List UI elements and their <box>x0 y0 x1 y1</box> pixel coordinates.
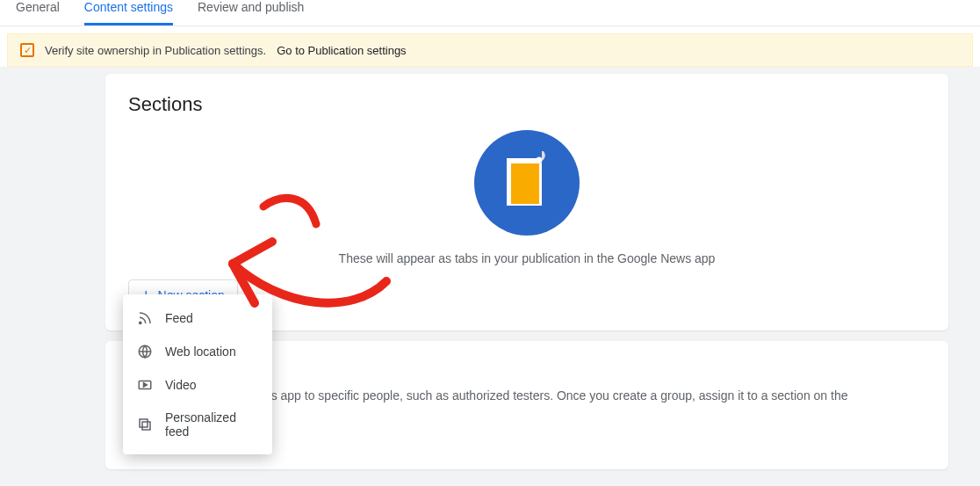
tab-content-settings[interactable]: Content settings <box>84 0 173 25</box>
new-section-menu: Feed Web location Video Personalized fee… <box>123 294 272 454</box>
ownership-alert: ✓ Verify site ownership in Publication s… <box>7 33 973 67</box>
sections-caption: These will appear as tabs in your public… <box>339 251 716 265</box>
globe-icon <box>137 344 153 359</box>
menu-item-label: Web location <box>165 345 236 359</box>
svg-rect-6 <box>142 422 150 430</box>
svg-rect-1 <box>511 163 539 204</box>
menu-item-label: Personalized feed <box>165 410 258 439</box>
menu-item-feed[interactable]: Feed <box>123 301 272 335</box>
rss-icon <box>137 310 153 326</box>
menu-item-video[interactable]: Video <box>123 368 272 402</box>
video-icon <box>137 377 153 393</box>
svg-point-2 <box>140 322 141 323</box>
warning-icon: ✓ <box>20 43 34 57</box>
alert-text: Verify site ownership in Publication set… <box>45 44 266 57</box>
tab-general[interactable]: General <box>16 0 60 23</box>
sections-card: Sections These will appear as tabs in yo… <box>105 74 948 330</box>
sections-title: Sections <box>128 93 926 116</box>
tab-review-publish[interactable]: Review and publish <box>198 0 304 23</box>
menu-item-label: Video <box>165 378 197 392</box>
menu-item-web-location[interactable]: Web location <box>123 335 272 368</box>
publication-settings-link[interactable]: Go to Publication settings <box>277 44 406 57</box>
layers-icon <box>137 417 153 432</box>
document-illustration-icon <box>474 130 580 236</box>
menu-item-label: Feed <box>165 311 193 325</box>
svg-rect-5 <box>140 419 148 427</box>
sections-illustration: These will appear as tabs in your public… <box>128 127 926 279</box>
tabs-bar: General Content settings Review and publ… <box>0 0 980 26</box>
menu-item-personalized-feed[interactable]: Personalized feed <box>123 402 272 447</box>
